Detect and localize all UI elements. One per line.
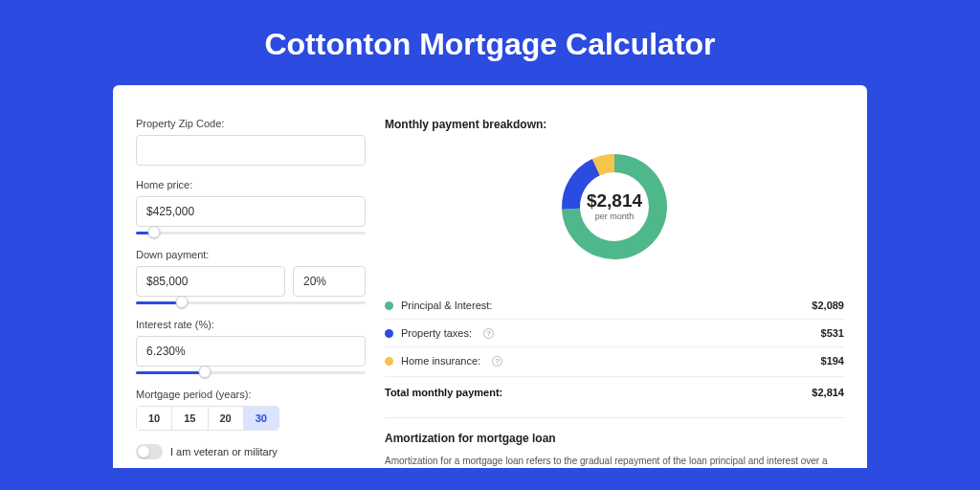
page-title: Cottonton Mortgage Calculator: [0, 0, 980, 85]
calculator-card: Property Zip Code: Home price: Down paym…: [113, 85, 867, 468]
zip-label: Property Zip Code:: [136, 118, 366, 129]
total-label: Total monthly payment:: [385, 387, 502, 398]
down-pct-input[interactable]: [293, 266, 366, 297]
down-label: Down payment:: [136, 249, 366, 260]
price-label: Home price:: [136, 179, 366, 190]
down-slider[interactable]: [136, 300, 366, 305]
period-btn-20[interactable]: 20: [209, 407, 244, 430]
down-slider-thumb[interactable]: [176, 296, 189, 308]
down-field: Down payment:: [136, 249, 366, 305]
rate-slider[interactable]: [136, 369, 366, 375]
rate-field: Interest rate (%):: [136, 319, 366, 375]
divider: [385, 417, 844, 418]
breakdown-title: Monthly payment breakdown:: [385, 118, 844, 131]
zip-input[interactable]: [136, 135, 366, 166]
legend-label: Home insurance:: [401, 355, 480, 367]
total-row: Total monthly payment: $2,814: [385, 376, 844, 413]
legend-label: Principal & Interest:: [401, 300, 492, 311]
legend-value: $194: [821, 355, 844, 367]
legend-label: Property taxes:: [401, 327, 472, 339]
price-input[interactable]: [136, 196, 366, 227]
info-icon[interactable]: ?: [492, 356, 502, 367]
rate-label: Interest rate (%):: [136, 319, 366, 330]
down-amount-input[interactable]: [136, 266, 285, 297]
legend-row-2: Home insurance:?$194: [385, 347, 844, 374]
period-btn-15[interactable]: 15: [172, 407, 208, 430]
donut-chart: $2,814per month: [385, 145, 844, 269]
inputs-panel: Property Zip Code: Home price: Down paym…: [136, 118, 366, 468]
amortization-title: Amortization for mortgage loan: [385, 432, 844, 445]
legend-value: $531: [821, 327, 844, 339]
zip-field: Property Zip Code:: [136, 118, 366, 166]
legend-value: $2,089: [812, 300, 844, 311]
veteran-label: I am veteran or military: [170, 446, 278, 457]
legend-dot-icon: [385, 357, 393, 366]
legend-dot-icon: [385, 329, 393, 338]
price-field: Home price:: [136, 179, 366, 235]
donut-center-sub: per month: [595, 212, 635, 221]
veteran-row: I am veteran or military: [136, 444, 366, 459]
period-field: Mortgage period (years): 10152030: [136, 389, 366, 431]
price-slider[interactable]: [136, 230, 366, 235]
info-icon[interactable]: ?: [483, 328, 494, 339]
donut-center-amount: $2,814: [587, 190, 643, 211]
price-slider-thumb[interactable]: [148, 226, 161, 238]
period-btn-10[interactable]: 10: [137, 407, 172, 430]
period-btn-30[interactable]: 30: [244, 407, 278, 430]
veteran-toggle[interactable]: [136, 444, 163, 459]
rate-input[interactable]: [136, 336, 366, 367]
amortization-body: Amortization for a mortgage loan refers …: [385, 455, 844, 468]
legend-row-1: Property taxes:?$531: [385, 320, 844, 347]
total-value: $2,814: [812, 387, 844, 398]
breakdown-panel: Monthly payment breakdown: $2,814per mon…: [385, 118, 844, 468]
legend-dot-icon: [385, 301, 393, 310]
period-label: Mortgage period (years):: [136, 389, 366, 400]
legend-row-0: Principal & Interest:$2,089: [385, 292, 844, 320]
rate-slider-thumb[interactable]: [199, 366, 212, 378]
period-buttons: 10152030: [136, 406, 279, 431]
